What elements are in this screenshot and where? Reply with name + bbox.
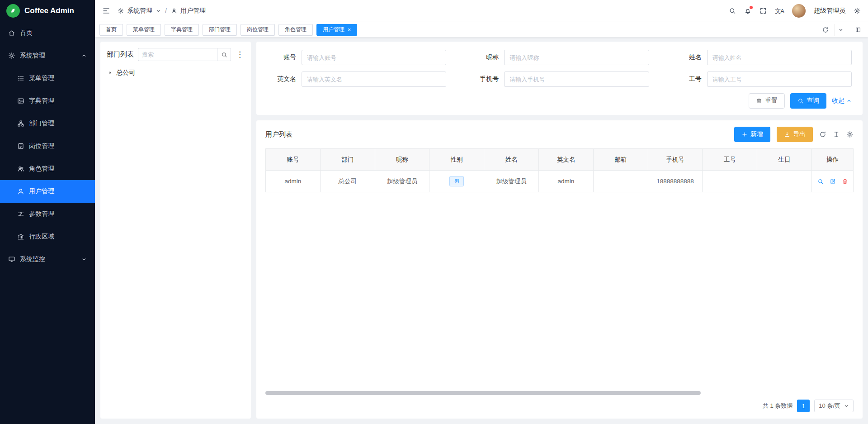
cell-phone: 18888888888 bbox=[648, 171, 703, 192]
close-icon[interactable]: × bbox=[348, 27, 351, 33]
notifications-bell-icon[interactable] bbox=[744, 7, 751, 14]
app-root: Coffee Admin 首页 系统管理 菜单管理 字典管理 bbox=[0, 0, 868, 424]
sidebar-item-home[interactable]: 首页 bbox=[0, 22, 95, 44]
people-icon bbox=[17, 165, 24, 172]
pagination: 共 1 条数据 1 10 条/页 bbox=[265, 395, 854, 415]
download-icon bbox=[784, 131, 790, 138]
edit-icon[interactable] bbox=[830, 178, 836, 185]
fullscreen-icon[interactable] bbox=[760, 7, 767, 14]
refresh-icon[interactable] bbox=[819, 131, 826, 138]
tab-label: 用户管理 bbox=[323, 26, 344, 33]
notification-dot bbox=[750, 6, 753, 9]
account-input[interactable] bbox=[302, 50, 446, 65]
delete-trash-icon[interactable] bbox=[842, 178, 848, 185]
plus-icon bbox=[741, 131, 748, 138]
sidebar-item-dept-mgmt[interactable]: 部门管理 bbox=[0, 112, 95, 135]
sidebar-group-system[interactable]: 系统管理 bbox=[0, 44, 95, 67]
tab-label: 首页 bbox=[106, 26, 117, 33]
sidebar-item-label: 菜单管理 bbox=[29, 74, 87, 82]
more-options-icon[interactable]: ⋮ bbox=[235, 51, 245, 58]
search-icon[interactable] bbox=[729, 7, 736, 14]
caret-right-icon bbox=[108, 70, 113, 76]
sidebar: Coffee Admin 首页 系统管理 菜单管理 字典管理 bbox=[0, 0, 95, 424]
collapse-filters-link[interactable]: 收起 bbox=[832, 97, 852, 105]
chevron-up-icon bbox=[81, 53, 87, 58]
tab-role-mgmt[interactable]: 角色管理 bbox=[278, 24, 313, 36]
sidebar-submenu-system: 菜单管理 字典管理 部门管理 岗位管理 角色管理 bbox=[0, 67, 95, 248]
search-icon bbox=[797, 98, 804, 104]
tab-post-mgmt[interactable]: 岗位管理 bbox=[241, 24, 275, 36]
reset-button[interactable]: 重置 bbox=[749, 93, 785, 109]
tabbar: 首页 菜单管理 字典管理 部门管理 岗位管理 角色管理 用户管理 × bbox=[95, 22, 868, 37]
tab-actions-chevron-down-icon[interactable] bbox=[835, 24, 846, 36]
translate-icon[interactable]: 文A bbox=[775, 8, 784, 14]
tab-dept-mgmt[interactable]: 部门管理 bbox=[203, 24, 237, 36]
breadcrumb-current: 用户管理 bbox=[180, 7, 206, 15]
english-name-input[interactable] bbox=[302, 71, 446, 87]
density-icon[interactable] bbox=[833, 131, 840, 138]
tab-label: 字典管理 bbox=[171, 26, 193, 33]
sidebar-group-label: 系统监控 bbox=[20, 255, 77, 263]
name-input[interactable] bbox=[707, 50, 852, 65]
column-header: 生日 bbox=[757, 149, 812, 171]
breadcrumb-parent[interactable]: 系统管理 bbox=[127, 7, 152, 15]
user-table: 账号 部门 昵称 性别 姓名 英文名 邮箱 手机号 工号 生日 操作 bbox=[265, 148, 854, 192]
phone-input[interactable] bbox=[504, 71, 649, 87]
column-settings-gear-icon[interactable] bbox=[846, 131, 854, 138]
tree-node-head-office[interactable]: 总公司 bbox=[107, 67, 245, 79]
breadcrumb: 系统管理 / 用户管理 bbox=[118, 7, 206, 15]
org-tree-icon bbox=[17, 120, 24, 127]
bank-icon bbox=[17, 233, 24, 240]
department-search-input[interactable] bbox=[138, 48, 217, 61]
cell-email bbox=[593, 171, 648, 192]
export-button[interactable]: 导出 bbox=[777, 127, 813, 142]
collapse-sidebar-icon[interactable] bbox=[102, 7, 110, 15]
list-icon bbox=[17, 75, 24, 82]
sidebar-item-region-mgmt[interactable]: 行政区域 bbox=[0, 225, 95, 248]
department-tree: 总公司 bbox=[107, 67, 245, 79]
work-no-input[interactable] bbox=[707, 71, 852, 87]
view-icon[interactable] bbox=[817, 178, 824, 185]
department-panel-title: 部门列表 bbox=[107, 50, 134, 59]
right-column: 账号 昵称 姓名 英文名 bbox=[256, 42, 863, 419]
page-number-button[interactable]: 1 bbox=[797, 400, 810, 412]
page-size-select[interactable]: 10 条/页 bbox=[814, 400, 854, 412]
sidebar-item-menu-mgmt[interactable]: 菜单管理 bbox=[0, 67, 95, 90]
breadcrumb-separator: / bbox=[165, 7, 167, 14]
table-row[interactable]: admin 总公司 超级管理员 男 超级管理员 admin 1888888888… bbox=[266, 171, 854, 192]
search-button[interactable]: 查询 bbox=[790, 93, 826, 109]
cell-account: admin bbox=[266, 171, 321, 192]
app-logo: Coffee Admin bbox=[0, 0, 95, 22]
tab-menu-mgmt[interactable]: 菜单管理 bbox=[127, 24, 161, 36]
department-panel: 部门列表 ⋮ 总公司 bbox=[100, 42, 251, 419]
layout-icon[interactable] bbox=[852, 24, 863, 36]
sidebar-item-dict-mgmt[interactable]: 字典管理 bbox=[0, 90, 95, 112]
user-avatar[interactable] bbox=[792, 4, 806, 18]
sidebar-item-label: 参数管理 bbox=[29, 210, 87, 218]
filter-field-name: 姓名 bbox=[673, 50, 852, 65]
column-header: 昵称 bbox=[375, 149, 429, 171]
column-header: 性别 bbox=[429, 149, 484, 171]
trash-icon bbox=[756, 98, 762, 104]
add-user-button[interactable]: 新增 bbox=[734, 127, 770, 142]
sidebar-item-post-mgmt[interactable]: 岗位管理 bbox=[0, 135, 95, 157]
nickname-input[interactable] bbox=[504, 50, 649, 65]
user-name[interactable]: 超级管理员 bbox=[814, 7, 845, 15]
tab-home[interactable]: 首页 bbox=[99, 24, 123, 36]
badge-icon bbox=[17, 143, 24, 150]
sidebar-group-monitor[interactable]: 系统监控 bbox=[0, 248, 95, 271]
settings-gear-icon[interactable] bbox=[854, 7, 861, 14]
cell-gender: 男 bbox=[429, 171, 484, 192]
sidebar-item-role-mgmt[interactable]: 角色管理 bbox=[0, 157, 95, 180]
refresh-icon[interactable] bbox=[822, 26, 829, 33]
tab-user-mgmt[interactable]: 用户管理 × bbox=[316, 24, 357, 36]
department-search-button[interactable] bbox=[217, 48, 231, 61]
horizontal-scrollbar[interactable] bbox=[265, 391, 854, 395]
tab-dict-mgmt[interactable]: 字典管理 bbox=[165, 24, 199, 36]
column-header: 账号 bbox=[266, 149, 321, 171]
scrollbar-thumb[interactable] bbox=[265, 391, 701, 395]
filter-field-english-name: 英文名 bbox=[267, 71, 446, 87]
cell-nickname: 超级管理员 bbox=[375, 171, 429, 192]
sidebar-item-user-mgmt[interactable]: 用户管理 bbox=[0, 180, 95, 203]
sidebar-item-param-mgmt[interactable]: 参数管理 bbox=[0, 203, 95, 225]
